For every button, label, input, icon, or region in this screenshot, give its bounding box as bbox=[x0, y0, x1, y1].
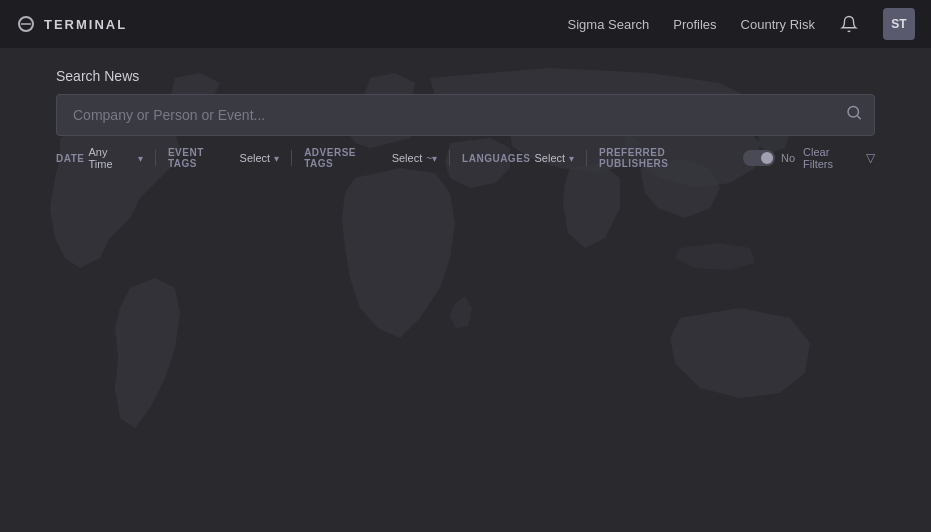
preferred-publishers-label: PREFERRED PUBLISHERS bbox=[599, 147, 737, 169]
languages-chevron: ▾ bbox=[569, 153, 574, 164]
adverse-tags-value: Select bbox=[392, 152, 423, 164]
filter-sep-4 bbox=[586, 150, 587, 166]
date-label: DATE bbox=[56, 153, 84, 164]
preferred-publishers-filter[interactable]: PREFERRED PUBLISHERS No bbox=[599, 147, 795, 169]
event-tags-chevron: ▾ bbox=[274, 153, 279, 164]
date-value: Any Time bbox=[88, 146, 133, 170]
navbar: TERMINAL Sigma Search Profiles Country R… bbox=[0, 0, 931, 48]
date-chevron: ▾ bbox=[138, 153, 143, 164]
main-content: Search News DATE Any Time ▾ EVENT TAGS S… bbox=[0, 48, 931, 532]
nav-country-risk[interactable]: Country Risk bbox=[741, 17, 815, 32]
languages-value: Select bbox=[534, 152, 565, 164]
nav-sigma-search[interactable]: Sigma Search bbox=[568, 17, 650, 32]
search-bar-wrapper bbox=[56, 94, 875, 136]
event-tags-filter[interactable]: EVENT TAGS Select ▾ bbox=[168, 147, 279, 169]
event-tags-label: EVENT TAGS bbox=[168, 147, 236, 169]
filter-sep-1 bbox=[155, 150, 156, 166]
svg-line-5 bbox=[857, 116, 860, 119]
languages-filter[interactable]: LANGUAGES Select ▾ bbox=[462, 152, 574, 164]
filter-sep-3 bbox=[449, 150, 450, 166]
logo-text: TERMINAL bbox=[44, 17, 127, 32]
adverse-tags-label: ADVERSE TAGS bbox=[304, 147, 388, 169]
svg-point-4 bbox=[848, 107, 859, 118]
adverse-tags-filter[interactable]: ADVERSE TAGS Select ~▾ bbox=[304, 147, 437, 169]
avatar[interactable]: ST bbox=[883, 8, 915, 40]
clear-filters-button[interactable]: Clear Filters ▽ bbox=[803, 146, 875, 170]
languages-label: LANGUAGES bbox=[462, 153, 530, 164]
toggle-knob bbox=[761, 152, 773, 164]
navbar-left: TERMINAL bbox=[16, 14, 127, 34]
nav-profiles[interactable]: Profiles bbox=[673, 17, 716, 32]
search-input[interactable] bbox=[56, 94, 875, 136]
search-button[interactable] bbox=[845, 104, 863, 127]
adverse-tags-chevron: ~▾ bbox=[426, 153, 437, 164]
filter-sep-2 bbox=[291, 150, 292, 166]
bell-icon[interactable] bbox=[839, 14, 859, 34]
search-section: Search News bbox=[0, 48, 931, 136]
navbar-right: Sigma Search Profiles Country Risk ST bbox=[568, 8, 915, 40]
clear-filters-icon: ▽ bbox=[866, 151, 875, 165]
filter-bar: DATE Any Time ▾ EVENT TAGS Select ▾ ADVE… bbox=[0, 136, 931, 170]
date-filter[interactable]: DATE Any Time ▾ bbox=[56, 146, 143, 170]
logo-icon bbox=[16, 14, 36, 34]
search-title: Search News bbox=[56, 68, 875, 84]
toggle-no-label: No bbox=[781, 152, 795, 164]
clear-filters-label: Clear Filters bbox=[803, 146, 862, 170]
event-tags-value: Select bbox=[240, 152, 271, 164]
preferred-publishers-toggle[interactable] bbox=[743, 150, 775, 166]
